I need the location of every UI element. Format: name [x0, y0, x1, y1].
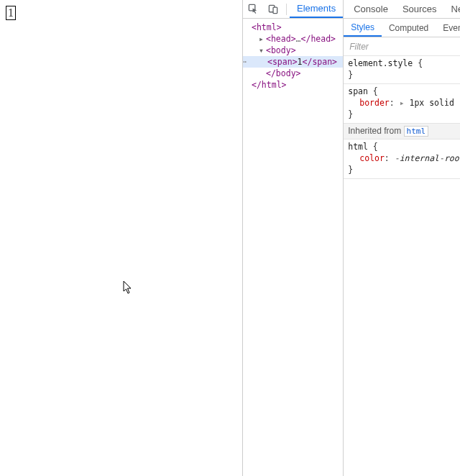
- elements-tree-pane: Elements <html> ▸<head>…</head> ▾<body> …: [243, 0, 344, 476]
- styles-rules: element.style { } span { border: ▸ 1px s…: [344, 56, 460, 179]
- styles-pane: Console Sources Netwo Styles Computed Ev…: [344, 0, 460, 476]
- subtab-styles[interactable]: Styles: [344, 19, 382, 37]
- tab-elements[interactable]: Elements: [290, 0, 343, 18]
- inspect-element-icon[interactable]: [243, 0, 263, 18]
- collapse-arrow-icon[interactable]: ▾: [259, 45, 266, 56]
- svg-rect-2: [273, 7, 277, 13]
- mouse-cursor-icon: [123, 280, 133, 295]
- rendered-page: 1: [0, 0, 242, 476]
- dom-node-head[interactable]: ▸<head>…</head>: [243, 33, 343, 45]
- inherited-from-bar: Inherited from html: [344, 124, 460, 139]
- dom-node-body-close[interactable]: </body>: [243, 68, 343, 79]
- tab-network[interactable]: Netwo: [444, 0, 460, 18]
- dom-node-html-close[interactable]: </html>: [243, 79, 343, 91]
- devtools-toolbar-right: Console Sources Netwo: [344, 0, 460, 19]
- dom-tree[interactable]: <html> ▸<head>…</head> ▾<body> <span>1</…: [243, 19, 343, 93]
- tab-sources[interactable]: Sources: [395, 0, 444, 18]
- tab-console[interactable]: Console: [346, 0, 395, 18]
- inherited-from-link[interactable]: html: [404, 126, 429, 137]
- rule-element-style[interactable]: element.style { }: [344, 56, 460, 84]
- page-span: 1: [6, 6, 16, 20]
- dom-node-html-open[interactable]: <html>: [243, 22, 343, 33]
- subtab-event-listeners[interactable]: Event L: [436, 19, 460, 37]
- dom-node-span[interactable]: <span>1</span>: [243, 56, 343, 68]
- subtab-computed[interactable]: Computed: [382, 19, 436, 37]
- devtools-toolbar: Elements: [243, 0, 343, 19]
- devtools-panel: Elements <html> ▸<head>…</head> ▾<body> …: [242, 0, 460, 476]
- styles-filter-input[interactable]: Filter: [344, 37, 460, 56]
- dom-node-body-open[interactable]: ▾<body>: [243, 45, 343, 56]
- rule-span[interactable]: span { border: ▸ 1px solid bl }: [344, 84, 460, 124]
- toolbar-separator: [286, 4, 287, 15]
- rule-html[interactable]: html { color: -internal-root-c }: [344, 139, 460, 179]
- expand-arrow-icon[interactable]: ▸: [259, 33, 266, 45]
- styles-sub-tabs: Styles Computed Event L: [344, 19, 460, 37]
- toggle-device-icon[interactable]: [263, 0, 283, 18]
